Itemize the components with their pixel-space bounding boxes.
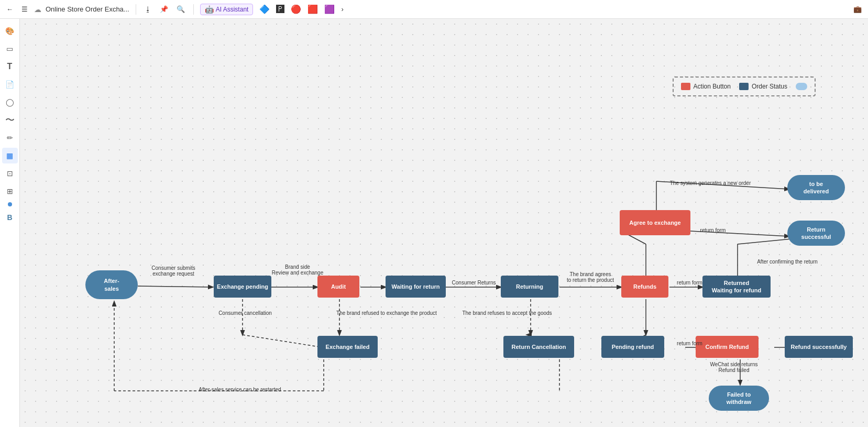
grid-tool[interactable]: ⊞: [2, 183, 18, 199]
conn-label-consumer-returns: Consumer Returns: [449, 280, 499, 286]
conn-label-brand-refused: The brand refused to exchange the produc…: [329, 310, 444, 316]
palette-tool[interactable]: 🎨: [2, 23, 18, 39]
node-refund-successfully-label: Refund successfully: [789, 341, 849, 353]
node-agree-to-exchange-label: Agree to exchange: [627, 217, 683, 228]
node-pending-refund[interactable]: Pending refund: [601, 336, 664, 358]
conn-label-brand-side: Brand sideReview and exchange: [271, 264, 324, 276]
more-plugins-button[interactable]: ›: [339, 2, 345, 16]
node-exchange-failed-label: Exchange failed: [324, 341, 372, 353]
plugin-icons: 🔷 🅿 🔴 🟥 🟪 ›: [257, 2, 345, 16]
node-returning-label: Returning: [514, 281, 545, 292]
tag-button[interactable]: 📌: [158, 3, 170, 15]
sticky-note-tool[interactable]: 📄: [2, 76, 18, 92]
text-tool[interactable]: T: [2, 59, 18, 74]
node-returned-waiting[interactable]: ReturnedWaiting for refund: [702, 276, 771, 298]
node-failed-to-withdraw-label: Failed towithdraw: [724, 389, 754, 408]
toolbar: ← ☰ ☁ Online Store Order Excha... ⭳ 📌 🔍 …: [0, 0, 868, 19]
conn-label-brand-refuses-goods: The brand refuses to accept the goods: [455, 310, 559, 316]
svg-line-0: [138, 286, 213, 287]
divider-1: [136, 4, 136, 15]
conn-label-consumer-submits: Consumer submitsexchange request: [139, 265, 207, 277]
node-return-successful-label: Returnsuccessful: [799, 224, 833, 243]
node-refunds[interactable]: Refunds: [621, 276, 668, 298]
doc-title: Online Store Order Excha...: [46, 5, 129, 13]
node-to-be-delivered-label: to bedelivered: [801, 178, 831, 198]
conn-label-return-form-2: return form: [673, 341, 707, 346]
node-return-successful[interactable]: Returnsuccessful: [787, 221, 845, 246]
canvas[interactable]: Action Button Order Status: [20, 19, 868, 427]
plugin-1[interactable]: 🔷: [257, 2, 272, 16]
node-after-sales-label: After-sales: [102, 275, 121, 294]
text-box-tool[interactable]: ⊡: [2, 166, 18, 181]
node-refund-successfully[interactable]: Refund successfully: [785, 336, 853, 358]
node-pending-refund-label: Pending refund: [610, 341, 656, 353]
plugin-4[interactable]: 🟥: [305, 2, 320, 16]
node-returned-waiting-label: ReturnedWaiting for refund: [710, 277, 763, 297]
conn-label-brand-agrees-return: The brand agreesto return the product: [562, 271, 619, 283]
pen-tool[interactable]: ✏: [2, 130, 18, 146]
node-agree-to-exchange[interactable]: Agree to exchange: [620, 210, 690, 235]
shapes-tool[interactable]: ◯: [2, 94, 18, 110]
node-return-cancellation[interactable]: Return Cancellation: [503, 336, 574, 358]
svg-line-7: [243, 335, 323, 347]
conn-label-system-generates: The system generates a new order: [658, 180, 763, 186]
node-audit-label: Audit: [329, 281, 348, 292]
menu-button[interactable]: ☰: [19, 3, 30, 15]
toolbar-right: 💼: [851, 3, 864, 15]
node-exchange-pending-label: Exchange pending: [215, 281, 270, 292]
node-returning[interactable]: Returning: [501, 276, 558, 298]
plugin-tool[interactable]: B: [2, 210, 18, 225]
cloud-icon: ☁: [34, 5, 41, 14]
left-sidebar: 🎨 ▭ T 📄 ◯ 〜 ✏ ▦ ⊡ ⊞ B: [0, 19, 20, 427]
curve-tool[interactable]: 〜: [2, 112, 18, 128]
ai-logo-icon: 🤖: [205, 5, 214, 14]
conn-label-return-form-3: return form: [695, 227, 731, 233]
node-return-cancellation-label: Return Cancellation: [510, 341, 568, 353]
back-button[interactable]: ←: [4, 3, 15, 15]
node-waiting-for-return-label: Waiting for return: [390, 281, 442, 292]
node-failed-to-withdraw[interactable]: Failed towithdraw: [709, 386, 769, 411]
conn-label-return-form-1: return form: [673, 280, 707, 286]
node-refunds-label: Refunds: [631, 281, 658, 292]
node-exchange-failed[interactable]: Exchange failed: [317, 336, 378, 358]
rectangle-tool[interactable]: ▭: [2, 41, 18, 57]
node-exchange-pending[interactable]: Exchange pending: [214, 276, 271, 298]
suitcase-button[interactable]: 💼: [851, 3, 864, 15]
search-button[interactable]: 🔍: [174, 3, 187, 15]
conn-label-after-confirming: After confirming the return: [756, 259, 819, 265]
node-confirm-refund-label: Confirm Refund: [703, 341, 751, 353]
node-waiting-for-return[interactable]: Waiting for return: [386, 276, 446, 298]
node-after-sales[interactable]: After-sales: [85, 270, 138, 299]
conn-label-consumer-cancellation: Consumer cancellation: [208, 310, 282, 316]
node-to-be-delivered[interactable]: to bedelivered: [787, 175, 845, 200]
dot-indicator: [8, 202, 12, 206]
node-audit[interactable]: Audit: [317, 276, 359, 298]
download-button[interactable]: ⭳: [142, 3, 153, 15]
flowchart: After-sales Exchange pending Audit Waiti…: [46, 45, 858, 422]
plugin-3[interactable]: 🔴: [289, 2, 303, 16]
table-tool[interactable]: ▦: [2, 148, 18, 163]
ai-assistant-button[interactable]: 🤖 AI Assistant: [200, 4, 254, 15]
ai-assistant-label: AI Assistant: [216, 6, 249, 13]
plugin-5[interactable]: 🟪: [322, 2, 337, 16]
conn-label-wechat-refund-failed: WeChat side returnsRefund failed: [700, 362, 768, 373]
plugin-2[interactable]: 🅿: [274, 2, 287, 16]
divider-2: [193, 4, 194, 15]
conn-label-aftersales-restart: After-sales service can be restarted: [182, 387, 298, 392]
node-confirm-refund[interactable]: Confirm Refund: [696, 336, 759, 358]
